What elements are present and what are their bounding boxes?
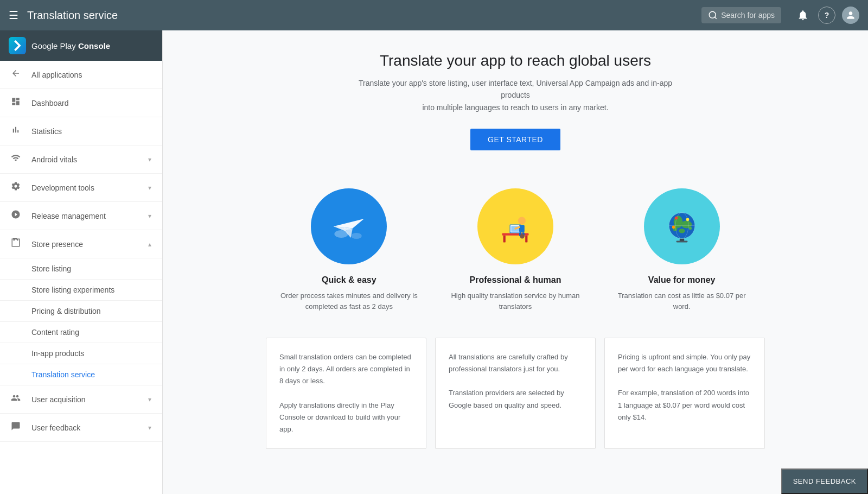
feature-desc-professional: High quality translation service by huma… — [445, 290, 586, 312]
sidebar-sub-item-content-rating[interactable]: Content rating — [0, 322, 162, 343]
sidebar-item-label: Store presence — [31, 240, 148, 249]
sidebar-item-label: Release management — [31, 212, 148, 220]
sidebar-item-label: User feedback — [31, 423, 148, 432]
statistics-icon — [11, 125, 24, 137]
svg-line-1 — [715, 17, 717, 18]
search-placeholder: Search for apps — [721, 11, 775, 20]
hamburger-menu[interactable]: ☰ — [9, 9, 18, 22]
sidebar-item-statistics[interactable]: Statistics — [0, 117, 162, 145]
detail-text-professional2: Translation providers are selected by Go… — [449, 387, 582, 411]
sidebar-item-label: Development tools — [31, 183, 148, 192]
detail-text-quick: Small translation orders can be complete… — [279, 351, 413, 387]
detail-text-value: Pricing is upfront and simple. You only … — [618, 351, 751, 375]
notification-icon[interactable] — [794, 7, 812, 24]
sub-item-label: Store listing experiments — [31, 286, 114, 294]
detail-text-professional: All translations are carefully crafted b… — [449, 351, 582, 375]
android-vitals-icon — [11, 153, 24, 166]
chevron-down-icon: ▾ — [148, 212, 151, 220]
feature-desc-value: Translation can cost as little as $0.07 … — [611, 290, 752, 312]
details-grid: Small translation orders can be complete… — [266, 338, 765, 449]
sidebar-logo: Google Play Console — [0, 30, 162, 61]
sub-item-label: In-app products — [31, 349, 84, 358]
quick-easy-icon-wrap — [311, 188, 387, 264]
detail-card-quick: Small translation orders can be complete… — [266, 338, 426, 449]
hero-description: Translate your app's store listing, user… — [353, 77, 678, 113]
main-layout: Google Play Console All applications Das… — [0, 30, 868, 494]
detail-card-value: Pricing is upfront and simple. You only … — [604, 338, 765, 449]
sidebar-sub-item-pricing-distribution[interactable]: Pricing & distribution — [0, 301, 162, 322]
sub-item-label: Content rating — [31, 328, 79, 337]
sidebar-item-dashboard[interactable]: Dashboard — [0, 89, 162, 117]
user-acquisition-icon — [11, 393, 24, 406]
get-started-button[interactable]: GET STARTED — [470, 129, 560, 150]
globe-icon — [663, 207, 701, 245]
hero-section: Translate your app to reach global users… — [266, 52, 765, 150]
search-bar[interactable]: Search for apps — [701, 7, 781, 23]
hero-title: Translate your app to reach global users — [266, 52, 765, 69]
help-icon[interactable]: ? — [818, 7, 835, 24]
feature-value-money: Value for money Translation can cost as … — [598, 172, 765, 325]
features-grid: Quick & easy Order process takes minutes… — [266, 172, 765, 325]
sidebar-item-user-feedback[interactable]: User feedback ▾ — [0, 414, 162, 442]
svg-rect-9 — [503, 236, 506, 243]
dashboard-icon — [11, 97, 24, 109]
chevron-up-icon: ▴ — [148, 240, 151, 248]
sidebar-item-label: Android vitals — [31, 155, 148, 164]
detail-card-professional: All translations are carefully crafted b… — [435, 338, 596, 449]
feature-title-quick: Quick & easy — [279, 275, 419, 285]
sidebar-item-store-presence[interactable]: Store presence ▴ — [0, 230, 162, 258]
sidebar-sub-item-store-listing-experiments[interactable]: Store listing experiments — [0, 280, 162, 301]
sidebar-item-all-applications[interactable]: All applications — [0, 61, 162, 89]
chevron-down-icon: ▾ — [148, 156, 151, 163]
paper-plane-icon — [330, 207, 368, 245]
sidebar-item-label: Statistics — [31, 127, 151, 136]
svg-rect-21 — [676, 241, 687, 243]
user-feedback-icon — [11, 421, 24, 434]
svg-rect-15 — [519, 225, 525, 232]
sidebar-sub-item-store-listing[interactable]: Store listing — [0, 258, 162, 280]
person-desk-icon — [496, 207, 534, 245]
sidebar-item-release-management[interactable]: Release management ▾ — [0, 202, 162, 230]
feature-title-value: Value for money — [611, 275, 752, 285]
sidebar-item-android-vitals[interactable]: Android vitals ▾ — [0, 145, 162, 174]
sidebar-item-label: Dashboard — [31, 99, 151, 107]
svg-point-33 — [672, 226, 675, 229]
svg-rect-10 — [525, 236, 527, 243]
release-management-icon — [11, 210, 24, 222]
detail-text-quick2: Apply translations directly in the Play … — [279, 400, 413, 435]
svg-point-31 — [686, 218, 689, 221]
feature-title-professional: Professional & human — [445, 275, 586, 285]
feature-quick-easy: Quick & easy Order process takes minutes… — [266, 172, 432, 325]
svg-point-30 — [674, 217, 678, 220]
top-navigation: ☰ Translation service Search for apps ? — [0, 0, 868, 30]
sidebar-sub-item-translation-service[interactable]: Translation service — [0, 364, 162, 385]
svg-rect-8 — [502, 233, 528, 236]
svg-point-0 — [709, 11, 716, 18]
page-title: Translation service — [27, 9, 701, 22]
search-icon — [708, 10, 718, 20]
svg-point-19 — [520, 234, 524, 238]
feature-professional-human: Professional & human High quality transl… — [432, 172, 599, 325]
sidebar-item-label: All applications — [31, 71, 151, 79]
chevron-down-icon: ▾ — [148, 184, 151, 192]
sidebar-sub-item-in-app-products[interactable]: In-app products — [0, 343, 162, 364]
globe-icon-wrap — [644, 188, 720, 264]
sub-item-label: Pricing & distribution — [31, 307, 101, 315]
svg-point-32 — [688, 227, 692, 230]
svg-point-14 — [518, 217, 526, 225]
avatar[interactable] — [842, 7, 859, 24]
sidebar-item-user-acquisition[interactable]: User acquisition ▾ — [0, 385, 162, 414]
back-icon — [11, 68, 24, 81]
send-feedback-button[interactable]: SEND FEEDBACK — [781, 468, 868, 494]
development-tools-icon — [11, 181, 24, 194]
store-presence-icon — [11, 238, 24, 250]
svg-point-25 — [679, 229, 685, 233]
sidebar-item-development-tools[interactable]: Development tools ▾ — [0, 174, 162, 202]
sidebar-item-label: User acquisition — [31, 395, 148, 404]
chevron-down-icon: ▾ — [148, 424, 151, 432]
chevron-down-icon: ▾ — [148, 396, 151, 403]
detail-text-value2: For example, translation of 200 words in… — [618, 387, 751, 423]
sub-item-label: Translation service — [31, 370, 95, 379]
main-content: Translate your app to reach global users… — [163, 30, 868, 494]
professional-icon-wrap — [477, 188, 553, 264]
